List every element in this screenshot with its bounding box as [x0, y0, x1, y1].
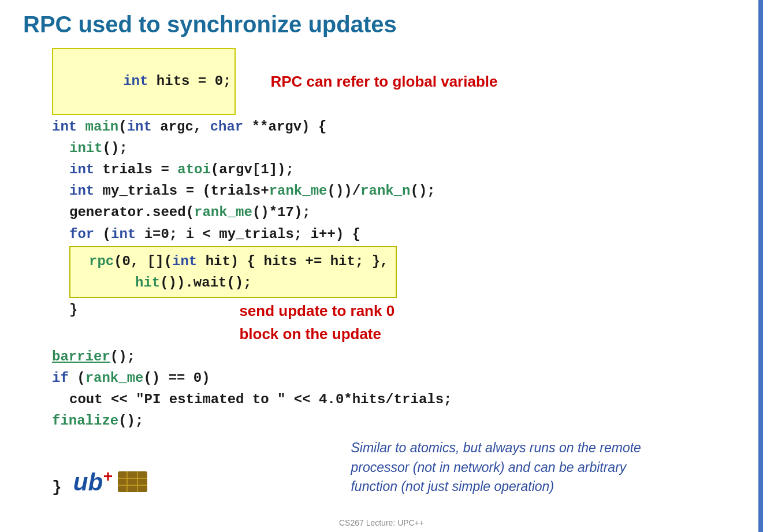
highlighted-code-1: int hits = 0;: [52, 48, 236, 115]
code-line-5: int my_trials = (trials+rank_me())/rank_…: [52, 180, 746, 202]
closing-brace: }: [52, 478, 62, 496]
keyword-int: int: [123, 73, 157, 89]
svg-rect-0: [118, 471, 147, 492]
code-line-11: if (rank_me() == 0): [52, 367, 746, 389]
rpc-code-block: rpc(0, [](int hit) { hits += hit; }, hit…: [69, 246, 397, 298]
annotation-block-update: block on the update: [239, 322, 394, 345]
bottom-area: } ub+ Similar to atomics, but always run…: [17, 436, 746, 496]
upc-logo-text: ub+: [73, 467, 113, 496]
annotation-send-block: send update to rank 0 block on the updat…: [239, 299, 394, 346]
italic-note-line2: processor (not in network) and can be ar…: [351, 458, 641, 477]
slide-container: RPC used to synchronize updates int hits…: [0, 0, 763, 532]
italic-note: Similar to atomics, but always runs on t…: [351, 438, 641, 496]
code-line-10: barrier();: [52, 346, 746, 367]
italic-note-line3: function (not just simple operation): [351, 477, 641, 496]
code-line-9: }: [52, 299, 77, 321]
code-line-1: int hits = 0; RPC can refer to global va…: [52, 48, 746, 115]
rpc-highlight-wrapper: rpc(0, [](int hit) { hits += hit; }, hit…: [69, 246, 746, 298]
var-hits: hits = 0;: [157, 73, 232, 89]
annotation-send-update: send update to rank 0: [239, 299, 394, 322]
code-line-6: generator.seed(rank_me()*17);: [52, 202, 746, 223]
code-line-3: init();: [52, 137, 746, 159]
code-line-7: for (int i=0; i < my_trials; i++) {: [52, 224, 746, 245]
code-line-13: finalize();: [52, 410, 746, 431]
code-line-4: int trials = atoi(argv[1]);: [52, 159, 746, 180]
closing-brace-area: }: [52, 478, 62, 496]
footer-text: CS267 Lecture: UPC++: [339, 518, 424, 527]
line-9-with-annotation: } send update to rank 0 block on the upd…: [52, 299, 746, 346]
rpc-line-2: hit()).wait();: [77, 272, 389, 293]
logo-area: ub+: [73, 467, 149, 496]
slide-title: RPC used to synchronize updates: [23, 12, 746, 38]
code-line-2: int main(int argc, char **argv) {: [52, 116, 746, 137]
code-block: int hits = 0; RPC can refer to global va…: [52, 48, 746, 431]
code-line-12: cout << "PI estimated to " << 4.0*hits/t…: [52, 389, 746, 410]
annotation-global-var: RPC can refer to global variable: [270, 70, 497, 93]
italic-note-line1: Similar to atomics, but always runs on t…: [351, 438, 641, 457]
rpc-line-1: rpc(0, [](int hit) { hits += hit; },: [77, 251, 389, 272]
grid-icon: [117, 470, 148, 493]
right-border-accent: [758, 0, 763, 532]
